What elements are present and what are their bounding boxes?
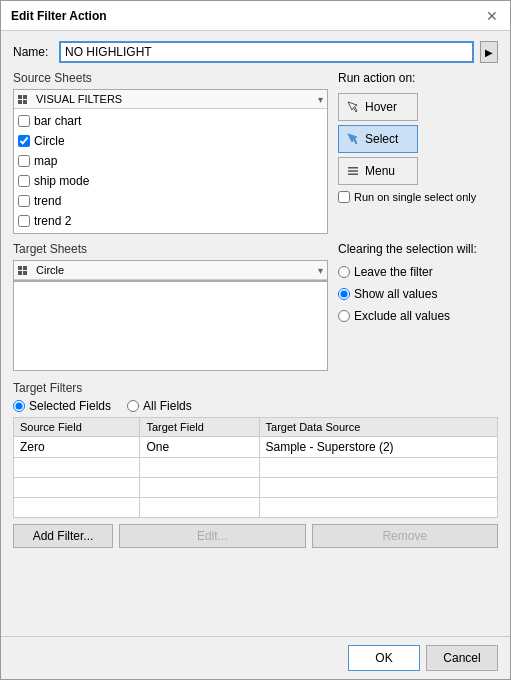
target-dropdown-arrow: ▾ xyxy=(318,265,323,276)
ok-button[interactable]: OK xyxy=(348,645,420,671)
menu-label: Menu xyxy=(365,164,395,178)
checkbox-circle[interactable] xyxy=(18,135,30,147)
selected-fields-label[interactable]: Selected Fields xyxy=(29,399,111,413)
label-circle[interactable]: Circle xyxy=(34,134,65,148)
remove-button[interactable]: Remove xyxy=(312,524,499,548)
edit-filter-dialog: Edit Filter Action ✕ Name: ▶ Source Shee… xyxy=(0,0,511,680)
target-sheets-section: Target Sheets Circle ▾ Clearing the sele… xyxy=(13,242,498,371)
clearing-label: Clearing the selection will: xyxy=(338,242,498,256)
run-action-col: Run action on: Hover Select xyxy=(338,71,498,234)
dialog-body: Name: ▶ Source Sheets VISUAL FILTERS ▾ xyxy=(1,31,510,636)
menu-button[interactable]: Menu xyxy=(338,157,418,185)
cell-empty-5 xyxy=(140,478,259,498)
single-select-label[interactable]: Run on single select only xyxy=(354,191,476,203)
checkbox-trend2[interactable] xyxy=(18,215,30,227)
table-row xyxy=(14,458,498,478)
leave-filter-radio[interactable] xyxy=(338,266,350,278)
source-sheets-box: VISUAL FILTERS ▾ bar chart Circle xyxy=(13,89,328,234)
name-input[interactable] xyxy=(59,41,474,63)
table-row xyxy=(14,498,498,518)
check-item-trend2: trend 2 xyxy=(18,211,323,231)
check-item-trend: trend xyxy=(18,191,323,211)
name-label: Name: xyxy=(13,45,53,59)
target-sheets-right: Clearing the selection will: Leave the f… xyxy=(338,242,498,371)
source-checklist: bar chart Circle map ship mode xyxy=(14,109,327,233)
leave-filter-label[interactable]: Leave the filter xyxy=(354,265,433,279)
table-row[interactable]: Zero One Sample - Superstore (2) xyxy=(14,437,498,458)
name-row: Name: ▶ xyxy=(13,41,498,63)
exclude-all-radio[interactable] xyxy=(338,310,350,322)
label-trend2[interactable]: trend 2 xyxy=(34,214,71,228)
bottom-bar: OK Cancel xyxy=(1,636,510,679)
target-sheets-left: Target Sheets Circle ▾ xyxy=(13,242,328,371)
select-icon xyxy=(345,131,361,147)
check-item-bar-chart: bar chart xyxy=(18,111,323,131)
filter-actions: Add Filter... Edit... Remove xyxy=(13,524,498,548)
exclude-all-label[interactable]: Exclude all values xyxy=(354,309,450,323)
cell-empty-4 xyxy=(14,478,140,498)
target-dropdown-text: Circle xyxy=(36,264,318,276)
add-filter-button[interactable]: Add Filter... xyxy=(13,524,113,548)
col-target-datasource: Target Data Source xyxy=(259,418,497,437)
hover-button[interactable]: Hover xyxy=(338,93,418,121)
cell-empty-9 xyxy=(259,498,497,518)
cell-empty-2 xyxy=(140,458,259,478)
close-button[interactable]: ✕ xyxy=(484,8,500,24)
checkbox-map[interactable] xyxy=(18,155,30,167)
cell-empty-8 xyxy=(140,498,259,518)
leave-filter-radio-item: Leave the filter xyxy=(338,262,498,282)
source-section: Source Sheets VISUAL FILTERS ▾ bar c xyxy=(13,71,498,234)
cell-datasource-superstore: Sample - Superstore (2) xyxy=(259,437,497,458)
single-select-checkbox[interactable] xyxy=(338,191,350,203)
source-dropdown-text: VISUAL FILTERS xyxy=(36,93,318,105)
target-sheets-label: Target Sheets xyxy=(13,242,328,256)
label-map[interactable]: map xyxy=(34,154,57,168)
col-target-field: Target Field xyxy=(140,418,259,437)
cell-source-zero: Zero xyxy=(14,437,140,458)
check-item-circle: Circle xyxy=(18,131,323,151)
cell-empty-7 xyxy=(14,498,140,518)
target-dropdown-row[interactable]: Circle ▾ xyxy=(14,261,327,280)
svg-rect-1 xyxy=(348,170,358,172)
show-all-label[interactable]: Show all values xyxy=(354,287,437,301)
title-bar: Edit Filter Action ✕ xyxy=(1,1,510,31)
select-button[interactable]: Select xyxy=(338,125,418,153)
target-content-box xyxy=(13,281,328,371)
label-ship-mode[interactable]: ship mode xyxy=(34,174,89,188)
select-label: Select xyxy=(365,132,398,146)
source-dropdown-arrow: ▾ xyxy=(318,94,323,105)
target-filters-section: Target Filters Selected Fields All Field… xyxy=(13,381,498,548)
selected-fields-radio[interactable] xyxy=(13,400,25,412)
filters-table: Source Field Target Field Target Data So… xyxy=(13,417,498,518)
all-fields-radio[interactable] xyxy=(127,400,139,412)
exclude-all-radio-item: Exclude all values xyxy=(338,306,498,326)
label-bar-chart[interactable]: bar chart xyxy=(34,114,81,128)
target-grid-icon xyxy=(18,263,32,277)
check-item-ship-mode: ship mode xyxy=(18,171,323,191)
col-source-field: Source Field xyxy=(14,418,140,437)
table-row xyxy=(14,478,498,498)
show-all-radio[interactable] xyxy=(338,288,350,300)
target-sheet-dropdown[interactable]: Circle ▾ xyxy=(13,260,328,281)
edit-button[interactable]: Edit... xyxy=(119,524,306,548)
cell-empty-3 xyxy=(259,458,497,478)
checkbox-ship-mode[interactable] xyxy=(18,175,30,187)
all-fields-label[interactable]: All Fields xyxy=(143,399,192,413)
arrow-button[interactable]: ▶ xyxy=(480,41,498,63)
hover-label: Hover xyxy=(365,100,397,114)
source-sheets-label: Source Sheets xyxy=(13,71,328,85)
source-dropdown-row[interactable]: VISUAL FILTERS ▾ xyxy=(14,90,327,109)
checkbox-bar-chart[interactable] xyxy=(18,115,30,127)
label-trend[interactable]: trend xyxy=(34,194,61,208)
cell-empty-1 xyxy=(14,458,140,478)
target-filters-label: Target Filters xyxy=(13,381,498,395)
svg-rect-2 xyxy=(348,174,358,176)
checkbox-trend[interactable] xyxy=(18,195,30,207)
selected-fields-radio-group: Selected Fields xyxy=(13,399,111,413)
cancel-button[interactable]: Cancel xyxy=(426,645,498,671)
cell-target-one: One xyxy=(140,437,259,458)
hover-icon xyxy=(345,99,361,115)
cell-empty-6 xyxy=(259,478,497,498)
single-select-row: Run on single select only xyxy=(338,191,498,203)
check-item-map: map xyxy=(18,151,323,171)
